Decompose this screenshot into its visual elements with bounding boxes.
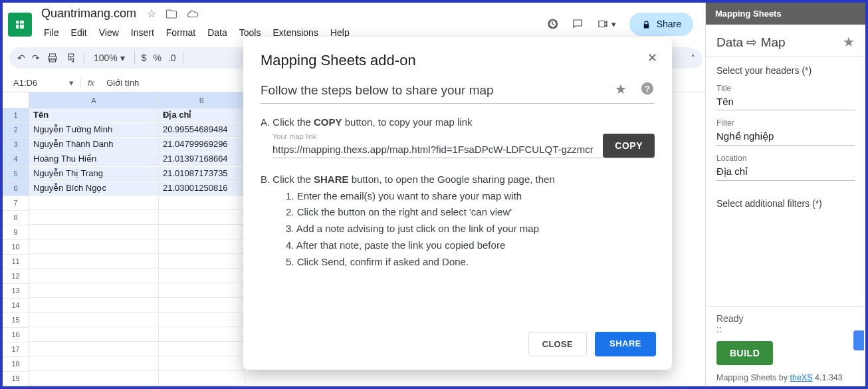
cell[interactable]: 21.01087173735 [159, 167, 245, 181]
row-header[interactable]: 2 [3, 123, 29, 138]
help-icon[interactable]: ? [640, 81, 655, 99]
cell[interactable] [29, 196, 159, 210]
row-header[interactable]: 9 [3, 225, 29, 240]
cell[interactable] [29, 313, 159, 327]
zoom-select[interactable]: 100% ▾ [91, 51, 128, 65]
row-header[interactable]: 18 [3, 357, 29, 372]
cell[interactable]: Tên [29, 108, 159, 122]
cell[interactable] [29, 211, 159, 225]
cell[interactable] [29, 372, 159, 386]
undo-icon[interactable]: ↶ [17, 53, 25, 63]
row-header[interactable]: 14 [3, 299, 29, 313]
paint-format-icon[interactable] [65, 52, 77, 64]
menu-edit[interactable]: Edit [66, 25, 92, 41]
move-icon[interactable] [165, 7, 177, 20]
cell[interactable] [159, 240, 245, 254]
cell[interactable]: Nguyễn Tường Minh [29, 123, 159, 137]
formula-bar[interactable]: Giới tính [101, 78, 139, 88]
name-box[interactable]: A1:D6 [9, 76, 62, 89]
cell[interactable] [29, 284, 159, 298]
cell[interactable] [159, 372, 245, 386]
cell[interactable] [29, 386, 159, 389]
thexs-link[interactable]: theXS [790, 373, 813, 382]
title-select[interactable]: Tên [716, 93, 855, 110]
cell[interactable] [29, 328, 159, 342]
side-tab-icon[interactable] [853, 330, 864, 350]
cell[interactable] [29, 299, 159, 313]
filter-select[interactable]: Nghề nghiệp [716, 128, 855, 146]
cell[interactable] [29, 357, 159, 371]
menu-file[interactable]: File [39, 25, 64, 41]
cell[interactable]: 21.01397168664 [159, 152, 245, 166]
cell[interactable] [159, 328, 245, 342]
cell[interactable] [159, 225, 245, 239]
cell[interactable] [159, 284, 245, 298]
print-icon[interactable] [47, 52, 58, 64]
column-header-a[interactable]: A [29, 92, 159, 108]
row-header[interactable]: 15 [3, 313, 29, 328]
map-link-input[interactable]: https://mapping.thexs.app/map.html?fid=1… [272, 134, 596, 158]
percent-icon[interactable]: % [154, 53, 162, 63]
toolbar-collapse-icon[interactable]: ˄ [683, 49, 703, 68]
cell[interactable] [159, 255, 245, 269]
close-button[interactable]: CLOSE [528, 332, 587, 356]
row-header[interactable]: 19 [3, 372, 29, 386]
cell[interactable] [159, 357, 245, 371]
menu-insert[interactable]: Insert [126, 25, 160, 41]
select-all-corner[interactable] [3, 92, 29, 108]
cell[interactable] [159, 196, 245, 210]
doc-title[interactable]: Quantrimang.com [39, 5, 139, 22]
star-icon[interactable]: ☆ [147, 7, 156, 20]
cell[interactable]: Nguyễn Bích Ngọc [29, 182, 159, 195]
row-header[interactable]: 20 [3, 386, 29, 389]
row-header[interactable]: 11 [3, 255, 29, 269]
menu-view[interactable]: View [94, 25, 124, 41]
cloud-icon[interactable] [187, 7, 199, 20]
cell[interactable] [159, 313, 245, 327]
build-button[interactable]: BUILD [716, 341, 773, 365]
cell[interactable]: Hoàng Thu Hiền [29, 152, 159, 166]
column-header-b[interactable]: B [159, 92, 245, 108]
comment-icon[interactable] [572, 18, 584, 30]
menu-data[interactable]: Data [202, 25, 233, 41]
cell[interactable] [29, 342, 159, 356]
cell[interactable]: Nguyễn Thành Danh [29, 138, 159, 152]
cell[interactable] [159, 342, 245, 356]
row-header[interactable]: 5 [3, 167, 29, 182]
decimal-icon[interactable]: .0 [168, 53, 176, 63]
close-icon[interactable]: ✕ [647, 51, 657, 65]
currency-icon[interactable]: $ [142, 53, 147, 63]
meet-icon[interactable]: ▾ [597, 18, 616, 30]
share-button[interactable]: Share [629, 13, 693, 36]
row-header[interactable]: 10 [3, 240, 29, 255]
menu-format[interactable]: Format [161, 25, 201, 41]
cell[interactable] [29, 255, 159, 269]
cell[interactable] [159, 299, 245, 313]
cell[interactable]: Nguyễn Thị Trang [29, 167, 159, 181]
cell[interactable] [29, 269, 159, 283]
cell[interactable] [159, 269, 245, 283]
cell[interactable] [29, 240, 159, 254]
row-header[interactable]: 12 [3, 269, 29, 284]
row-header[interactable]: 6 [3, 182, 29, 196]
redo-icon[interactable]: ↷ [32, 53, 40, 63]
cell[interactable] [159, 386, 245, 389]
star-icon[interactable]: ★ [615, 81, 627, 99]
location-select[interactable]: Địa chỉ [716, 163, 855, 181]
row-header[interactable]: 16 [3, 328, 29, 342]
star-icon[interactable]: ★ [843, 34, 855, 50]
row-header[interactable]: 8 [3, 211, 29, 225]
name-box-dropdown-icon[interactable]: ▾ [62, 78, 80, 88]
cell[interactable]: 21.03001250816 [159, 182, 245, 195]
row-header[interactable]: 13 [3, 284, 29, 299]
row-header[interactable]: 3 [3, 138, 29, 152]
cell[interactable]: 21.04799969296 [159, 138, 245, 152]
cell[interactable]: Địa chỉ [159, 108, 245, 122]
cell[interactable] [159, 211, 245, 225]
copy-button[interactable]: COPY [603, 134, 655, 158]
row-header[interactable]: 17 [3, 342, 29, 357]
row-header[interactable]: 4 [3, 152, 29, 167]
share-map-button[interactable]: SHARE [595, 332, 656, 356]
cell[interactable]: 20.99554689484 [159, 123, 245, 137]
cell[interactable] [29, 225, 159, 239]
